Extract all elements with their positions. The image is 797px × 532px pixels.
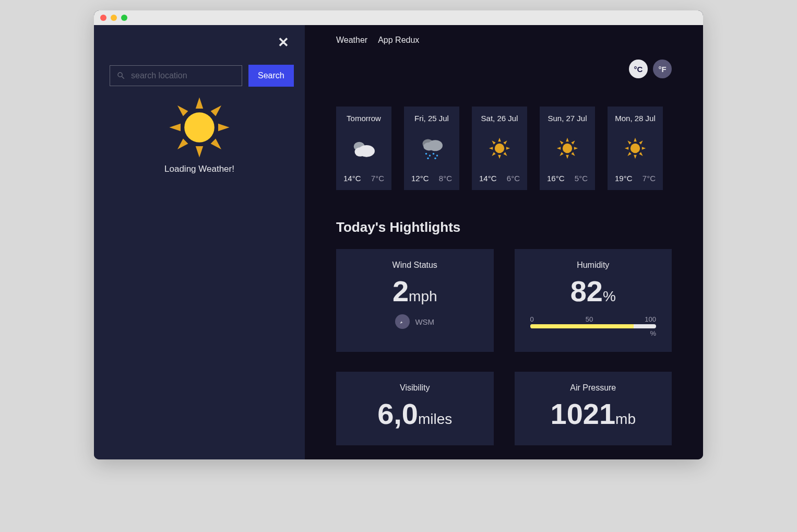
loading-text: Loading Weather!	[110, 164, 289, 174]
svg-marker-2	[169, 124, 181, 131]
pressure-value: 1021mb	[530, 397, 657, 431]
nav-item-appredux[interactable]: App Redux	[378, 36, 419, 45]
visibility-label: Visibility	[352, 383, 478, 393]
svg-marker-6	[211, 105, 221, 116]
highlights-grid: Wind Status 2mph WSM Humidity 82% 0 50	[336, 249, 672, 445]
forecast-day: Mon, 28 Jul	[615, 114, 656, 123]
top-nav: Weather App Redux	[336, 36, 672, 45]
forecast-row: Tomorrow 14°C 7°C Fri, 25 Jul	[336, 107, 672, 190]
sidebar: ✕ Search Loading Weather!	[94, 25, 305, 459]
svg-marker-4	[177, 105, 188, 116]
wind-direction: WSM	[352, 314, 478, 329]
wind-card: Wind Status 2mph WSM	[336, 249, 494, 352]
sun-icon	[168, 96, 231, 159]
svg-marker-5	[211, 139, 221, 149]
svg-point-39	[631, 144, 640, 153]
app-body: ✕ Search Loading Weather! Weather App Re…	[94, 25, 703, 459]
svg-marker-31	[566, 138, 569, 141]
svg-marker-40	[634, 138, 637, 141]
svg-point-16	[429, 155, 431, 157]
unit-toggle: °C °F	[629, 60, 672, 78]
svg-marker-27	[503, 152, 507, 156]
visibility-card: Visibility 6,0miles	[336, 372, 494, 445]
scale-50: 50	[586, 315, 593, 323]
humidity-card: Humidity 82% 0 50 100 %	[515, 249, 672, 352]
pressure-card: Air Pressure 1021mb	[515, 372, 672, 445]
window-maximize-dot[interactable]	[121, 15, 127, 21]
svg-point-15	[425, 153, 427, 155]
svg-marker-44	[627, 140, 631, 144]
svg-marker-38	[560, 152, 563, 156]
svg-point-14	[423, 143, 434, 151]
svg-marker-32	[566, 155, 569, 159]
svg-point-30	[563, 144, 572, 153]
compass-icon	[395, 314, 410, 329]
forecast-day: Fri, 25 Jul	[414, 114, 449, 123]
humidity-bar-fill	[530, 324, 634, 328]
wind-unit: mph	[409, 288, 437, 304]
svg-point-8	[184, 112, 215, 143]
unit-celsius-button[interactable]: °C	[629, 60, 648, 78]
close-icon[interactable]: ✕	[278, 34, 289, 51]
humidity-scale: 0 50 100	[530, 315, 657, 323]
forecast-card: Mon, 28 Jul 19°C 7°C	[608, 107, 663, 190]
wind-dir-label: WSM	[415, 317, 434, 326]
svg-point-18	[436, 155, 438, 157]
forecast-card: Fri, 25 Jul 12°C 8°C	[404, 107, 459, 190]
temp-high: 19°C	[615, 174, 633, 183]
visibility-value: 6,0miles	[352, 397, 478, 431]
forecast-day: Sun, 27 Jul	[548, 114, 587, 123]
humidity-value: 82%	[530, 274, 657, 308]
humidity-label: Humidity	[530, 261, 657, 270]
visibility-unit: miles	[418, 411, 452, 427]
svg-marker-37	[571, 140, 575, 144]
svg-marker-26	[492, 140, 495, 144]
svg-marker-28	[503, 140, 507, 144]
svg-point-20	[434, 158, 436, 160]
highlights-title: Today's Hightlights	[336, 219, 672, 235]
forecast-temps: 16°C 5°C	[545, 174, 590, 183]
svg-marker-29	[492, 152, 495, 156]
svg-marker-24	[489, 147, 493, 150]
svg-marker-22	[498, 138, 501, 141]
temp-low: 7°C	[371, 174, 384, 183]
search-input[interactable]	[131, 71, 235, 80]
svg-marker-41	[634, 155, 637, 159]
svg-marker-33	[557, 147, 561, 150]
nav-item-weather[interactable]: Weather	[336, 36, 367, 45]
window-minimize-dot[interactable]	[111, 15, 117, 21]
forecast-card: Sun, 27 Jul 16°C 5°C	[540, 107, 595, 190]
sun-small-icon	[553, 135, 582, 161]
scale-0: 0	[530, 315, 534, 323]
window-close-dot[interactable]	[100, 15, 106, 21]
svg-point-11	[355, 147, 366, 157]
svg-marker-7	[177, 139, 188, 149]
search-input-wrap	[110, 65, 242, 86]
loading-area: Loading Weather!	[110, 96, 289, 174]
window-titlebar	[94, 10, 703, 25]
temp-low: 6°C	[507, 174, 520, 183]
temp-low: 5°C	[575, 174, 588, 183]
wind-value: 2mph	[352, 274, 478, 308]
forecast-temps: 12°C 8°C	[409, 174, 454, 183]
svg-marker-47	[627, 152, 631, 156]
scale-100: 100	[645, 315, 656, 323]
forecast-temps: 14°C 6°C	[477, 174, 522, 183]
temp-high: 16°C	[547, 174, 565, 183]
svg-point-21	[495, 144, 504, 153]
svg-marker-42	[625, 147, 628, 150]
forecast-day: Tomorrow	[347, 114, 381, 123]
forecast-temps: 14°C 7°C	[341, 174, 386, 183]
temp-high: 14°C	[479, 174, 497, 183]
forecast-card: Sat, 26 Jul 14°C 6°C	[472, 107, 527, 190]
temp-low: 7°C	[643, 174, 656, 183]
wind-label: Wind Status	[352, 261, 478, 270]
rain-icon	[417, 135, 446, 161]
unit-fahrenheit-button[interactable]: °F	[653, 60, 672, 78]
sun-small-icon	[621, 135, 650, 161]
humidity-pct-symbol: %	[530, 329, 657, 337]
svg-marker-46	[639, 140, 643, 144]
search-button[interactable]: Search	[248, 65, 294, 87]
svg-marker-0	[196, 97, 203, 109]
forecast-card: Tomorrow 14°C 7°C	[336, 107, 391, 190]
